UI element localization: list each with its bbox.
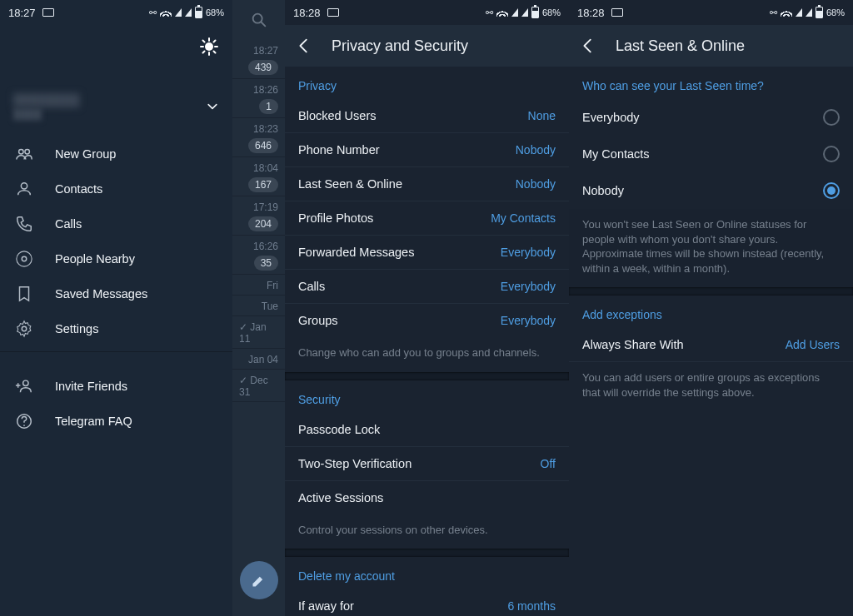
compose-fab[interactable]	[240, 561, 278, 599]
chat-strip-item[interactable]: Jan 04	[232, 349, 285, 370]
radio-button[interactable]	[823, 109, 840, 126]
appbar: Last Seen & Online	[569, 25, 853, 67]
unread-badge: 204	[248, 216, 278, 231]
chat-strip-item[interactable]: ✓ Jan 11	[232, 316, 285, 349]
menu-label: Contacts	[55, 182, 102, 196]
row-forwarded-messages[interactable]: Forwarded MessagesEverybody	[285, 236, 569, 270]
radio-button[interactable]	[823, 182, 840, 199]
section-privacy-head: Privacy	[285, 67, 569, 99]
menu-item-new-group[interactable]: New Group	[0, 137, 232, 171]
chat-time: 18:26	[253, 84, 278, 96]
cast-icon	[611, 8, 623, 17]
battery-icon	[531, 7, 539, 18]
people-nearby-icon	[15, 250, 33, 268]
unread-badge: 35	[254, 256, 278, 271]
row-groups[interactable]: GroupsEverybody	[285, 304, 569, 337]
privacy-caption: Change who can add you to groups and cha…	[285, 337, 569, 372]
chat-time: 18:04	[253, 162, 278, 174]
search-icon[interactable]	[232, 0, 285, 40]
status-time: 18:27	[8, 7, 36, 19]
row-active-sessions[interactable]: Active Sessions	[285, 481, 569, 514]
wifi-icon	[160, 8, 172, 17]
row-phone-number[interactable]: Phone NumberNobody	[285, 133, 569, 167]
theme-toggle-icon[interactable]	[199, 37, 219, 57]
back-button[interactable]	[295, 37, 313, 55]
always-share-with-row[interactable]: Always Share With Add Users	[569, 328, 853, 362]
battery-icon	[816, 7, 823, 18]
appbar: Privacy and Security	[285, 25, 569, 67]
battery-percent: 68%	[542, 7, 561, 17]
menu-item-settings[interactable]: Settings	[0, 311, 232, 346]
signal-icon	[175, 8, 182, 17]
unread-badge: 167	[248, 177, 278, 192]
security-caption: Control your sessions on other devices.	[285, 514, 569, 549]
status-bar: 18:27 ⚯ 68%	[0, 0, 232, 25]
chat-time: 18:23	[253, 123, 278, 135]
menu-item-saved-messages[interactable]: Saved Messages	[0, 276, 232, 311]
row-label: Phone Number	[298, 143, 380, 156]
privacy-security-panel: 18:28 ⚯ 68% Privacy and Security Privacy…	[285, 0, 569, 616]
option-everybody[interactable]: Everybody	[569, 99, 853, 136]
option-nobody[interactable]: Nobody	[569, 172, 853, 209]
chat-strip-item[interactable]: Fri	[232, 275, 285, 296]
row-label: Blocked Users	[298, 109, 376, 122]
row-calls[interactable]: CallsEverybody	[285, 270, 569, 304]
row-value: 6 months	[507, 599, 556, 613]
row-label: Forwarded Messages	[298, 246, 414, 259]
row-blocked-users[interactable]: Blocked UsersNone	[285, 99, 569, 133]
chat-time: 18:27	[253, 45, 278, 57]
row-value: Add Users	[786, 338, 840, 351]
row-value: Everybody	[501, 314, 556, 327]
menu-item-telegram-faq[interactable]: Telegram FAQ	[0, 404, 232, 439]
row-label: Profile Photos	[298, 211, 373, 225]
vpn-icon: ⚯	[149, 7, 157, 18]
delete-if-away-row[interactable]: If away for 6 months	[285, 589, 569, 616]
chat-list-strip: 18:2743918:26118:2364618:0416717:1920416…	[232, 0, 285, 616]
status-bar: 18:28 ⚯ 68%	[569, 0, 853, 25]
chat-time: 17:19	[253, 201, 278, 213]
unread-badge: 646	[248, 138, 278, 153]
row-value: None	[528, 109, 556, 122]
menu-label: Settings	[55, 322, 98, 335]
account-chevron-down-icon[interactable]	[206, 100, 219, 113]
contacts-icon	[15, 180, 33, 198]
chat-strip-item[interactable]: 16:2635	[232, 236, 285, 275]
chat-strip-item[interactable]: ✓ Dec 31	[232, 370, 285, 402]
profile-avatar[interactable]	[13, 37, 62, 85]
signal-icon	[185, 8, 192, 17]
chat-strip-item[interactable]: 18:27439	[232, 40, 285, 79]
chat-time: Tue	[262, 301, 278, 312]
page-title: Privacy and Security	[332, 37, 468, 55]
chat-time: ✓ Jan 11	[239, 321, 278, 345]
row-two-step[interactable]: Two-Step VerificationOff	[285, 447, 569, 481]
account-sub: ████	[13, 108, 79, 120]
chat-strip-item[interactable]: Tue	[232, 296, 285, 316]
new-group-icon	[15, 145, 33, 163]
option-my-contacts[interactable]: My Contacts	[569, 136, 853, 172]
signal-icon	[511, 8, 518, 17]
row-label: Calls	[298, 280, 325, 293]
chat-strip-item[interactable]: 18:261	[232, 79, 285, 118]
menu-item-contacts[interactable]: Contacts	[0, 171, 232, 206]
battery-percent: 68%	[826, 7, 845, 17]
section-delete-head: Delete my account	[285, 557, 569, 589]
row-profile-photos[interactable]: Profile PhotosMy Contacts	[285, 201, 569, 236]
row-passcode-lock[interactable]: Passcode Lock	[285, 413, 569, 447]
row-value: Everybody	[501, 246, 556, 259]
chat-strip-item[interactable]: 18:04167	[232, 157, 285, 196]
row-last-seen[interactable]: Last Seen & OnlineNobody	[285, 167, 569, 201]
option-label: Everybody	[582, 111, 640, 124]
chat-strip-item[interactable]: 17:19204	[232, 196, 285, 236]
row-label: Two-Step Verification	[298, 457, 412, 470]
wifi-icon	[496, 8, 508, 17]
drawer-panel: 18:27 ⚯ 68% ████████ ████ New GroupConta…	[0, 0, 232, 616]
signal-icon	[521, 8, 528, 17]
menu-label: Telegram FAQ	[55, 415, 132, 428]
chat-strip-item[interactable]: 18:23646	[232, 118, 285, 157]
menu-item-calls[interactable]: Calls	[0, 206, 232, 241]
radio-button[interactable]	[823, 146, 840, 162]
options-caption: You won't see Last Seen or Online status…	[569, 209, 853, 287]
menu-item-invite-friends[interactable]: Invite Friends	[0, 369, 232, 404]
back-button[interactable]	[579, 37, 597, 55]
menu-item-people-nearby[interactable]: People Nearby	[0, 241, 232, 276]
